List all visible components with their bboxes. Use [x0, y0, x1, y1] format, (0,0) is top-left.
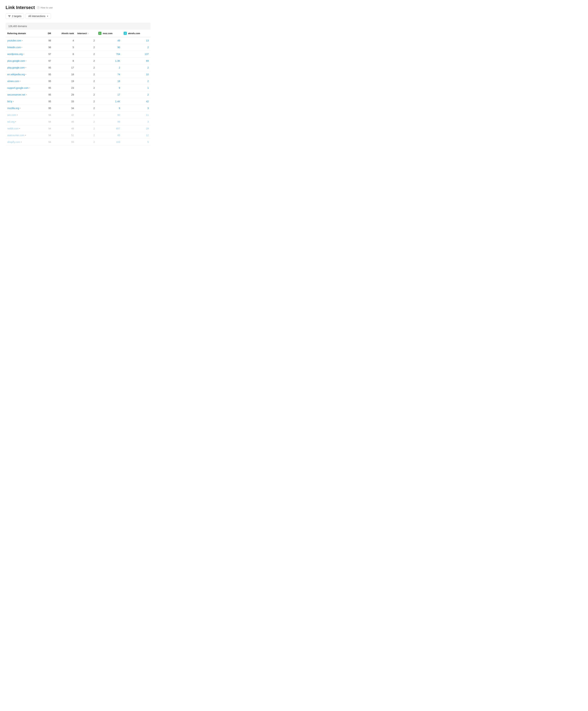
dropdown-arrow-icon: ▾ [21, 141, 22, 143]
table-row: mozilla.org ▾ 95 34 2 9 3 [5, 105, 150, 112]
domain-cell[interactable]: wix.com ▾ [5, 112, 43, 118]
domain-link[interactable]: bit.ly ▾ [7, 100, 41, 103]
domain-link[interactable]: vimeo.com ▾ [7, 80, 41, 83]
moz-cell[interactable]: 74 [96, 71, 122, 78]
ahrefs-cell[interactable]: 12 [122, 132, 150, 139]
moz-cell[interactable]: 9 [96, 105, 122, 112]
dr-cell: 97 [43, 51, 53, 58]
domains-count: 126,483 domains [8, 25, 27, 27]
ahrefs-cell[interactable]: 42 [122, 98, 150, 105]
ahrefs-cell[interactable]: 69 [122, 58, 150, 64]
ahrefs-cell[interactable]: 10 [122, 71, 150, 78]
ahrefs-cell[interactable]: 13 [122, 37, 150, 44]
dropdown-arrow-icon: ▾ [15, 121, 16, 123]
domain-link[interactable]: secureserver.net ▾ [7, 93, 41, 96]
dr-cell: 95 [43, 64, 53, 71]
domain-cell[interactable]: reddit.com ▾ [5, 125, 43, 132]
ahrefs-cell[interactable]: 3 [122, 105, 150, 112]
domain-cell[interactable]: support.google.com ▾ [5, 85, 43, 91]
dr-cell: 95 [43, 85, 53, 91]
moz-cell[interactable]: 99 [96, 118, 122, 125]
ahrefs-cell[interactable]: 2 [122, 78, 150, 85]
domain-link[interactable]: reddit.com ▾ [7, 127, 41, 130]
dr-cell: 95 [43, 98, 53, 105]
ahrefs-cell[interactable]: 2 [122, 44, 150, 51]
domain-cell[interactable]: en.wikipedia.org ▾ [5, 71, 43, 78]
dropdown-arrow-icon: ▾ [17, 114, 18, 116]
moz-cell[interactable]: 1.3K [96, 58, 122, 64]
intersect-cell: 2 [75, 78, 96, 85]
domain-link[interactable]: wordpress.org ▾ [7, 53, 41, 56]
moz-cell[interactable]: 2 [96, 64, 122, 71]
domain-link[interactable]: youtube.com ▾ [7, 39, 41, 42]
how-to-use-link[interactable]: ? How to use [37, 6, 53, 9]
col-header-dr: DR [43, 30, 53, 37]
col-header-intersect[interactable]: Intersect ↓ [75, 30, 96, 37]
page-header: Link Intersect ? How to use [5, 5, 150, 10]
table-row: reddit.com ▾ 94 48 2 657 29 [5, 125, 150, 132]
dropdown-arrow-icon: ▾ [25, 67, 26, 68]
domain-cell[interactable]: w3.org ▾ [5, 118, 43, 125]
moz-cell[interactable]: 657 [96, 125, 122, 132]
table-row: bit.ly ▾ 95 33 2 1.4K 42 [5, 98, 150, 105]
domain-cell[interactable]: plus.google.com ▾ [5, 58, 43, 64]
domain-link[interactable]: play.google.com ▾ [7, 66, 41, 69]
domain-cell[interactable]: youtube.com ▾ [5, 37, 43, 44]
domain-cell[interactable]: statcounter.com ▾ [5, 132, 43, 139]
targets-button[interactable]: 2 targets [5, 13, 24, 19]
dropdown-arrow-icon: ▾ [19, 128, 20, 129]
table-row: youtube.com ▾ 98 4 2 49 13 [5, 37, 150, 44]
ahrefs-cell[interactable]: 2 [122, 91, 150, 98]
domain-link[interactable]: plus.google.com ▾ [7, 60, 41, 62]
domain-link[interactable]: wix.com ▾ [7, 113, 41, 116]
table-row: statcounter.com ▾ 94 51 2 65 12 [5, 132, 150, 139]
domain-link[interactable]: support.google.com ▾ [7, 87, 41, 89]
col-header-referring-domain: Referring domain [5, 30, 43, 37]
ahrefs-rank-cell: 51 [53, 132, 76, 139]
domain-link[interactable]: shopify.com ▾ [7, 141, 41, 144]
dropdown-arrow-icon: ▾ [13, 101, 14, 102]
ahrefs-cell[interactable]: 29 [122, 125, 150, 132]
dr-cell: 98 [43, 44, 53, 51]
moz-cell[interactable]: 103 [96, 139, 122, 146]
intersect-cell: 2 [75, 125, 96, 132]
ahrefs-rank-cell: 55 [53, 139, 76, 146]
domain-link[interactable]: w3.org ▾ [7, 120, 41, 123]
intersection-dropdown[interactable]: All intersections ▼ [26, 13, 51, 19]
moz-cell[interactable]: 1.4K [96, 98, 122, 105]
moz-cell[interactable]: 704 [96, 51, 122, 58]
domain-link[interactable]: mozilla.org ▾ [7, 107, 41, 110]
ahrefs-cell[interactable]: 5 [122, 139, 150, 146]
moz-cell[interactable]: 65 [96, 132, 122, 139]
domain-cell[interactable]: play.google.com ▾ [5, 64, 43, 71]
domain-cell[interactable]: vimeo.com ▾ [5, 78, 43, 85]
ahrefs-cell[interactable]: 1 [122, 85, 150, 91]
domain-link[interactable]: en.wikipedia.org ▾ [7, 73, 41, 76]
domain-cell[interactable]: mozilla.org ▾ [5, 105, 43, 112]
toolbar: 2 targets All intersections ▼ [5, 13, 150, 19]
domain-cell[interactable]: linkedin.com ▾ [5, 44, 43, 51]
moz-cell[interactable]: 90 [96, 44, 122, 51]
moz-cell[interactable]: 49 [96, 37, 122, 44]
ahrefs-cell[interactable]: 3 [122, 118, 150, 125]
moz-cell[interactable]: 60 [96, 112, 122, 118]
domain-cell[interactable]: bit.ly ▾ [5, 98, 43, 105]
dr-cell: 95 [43, 78, 53, 85]
intersect-cell: 2 [75, 98, 96, 105]
domain-cell[interactable]: secureserver.net ▾ [5, 91, 43, 98]
ahrefs-cell[interactable]: 11 [122, 112, 150, 118]
intersect-cell: 2 [75, 51, 96, 58]
domain-link[interactable]: linkedin.com ▾ [7, 46, 41, 49]
dr-cell: 97 [43, 58, 53, 64]
moz-cell[interactable]: 9 [96, 85, 122, 91]
domain-link[interactable]: statcounter.com ▾ [7, 134, 41, 137]
moz-cell[interactable]: 18 [96, 78, 122, 85]
moz-cell[interactable]: 17 [96, 91, 122, 98]
col-header-ahrefs: 2 ahrefs.com [122, 30, 150, 37]
ahrefs-cell[interactable]: 2 [122, 64, 150, 71]
ahrefs-rank-cell: 46 [53, 118, 76, 125]
ahrefs-cell[interactable]: 137 [122, 51, 150, 58]
how-to-use-label: How to use [41, 6, 53, 9]
domain-cell[interactable]: wordpress.org ▾ [5, 51, 43, 58]
domain-cell[interactable]: shopify.com ▾ [5, 139, 43, 146]
